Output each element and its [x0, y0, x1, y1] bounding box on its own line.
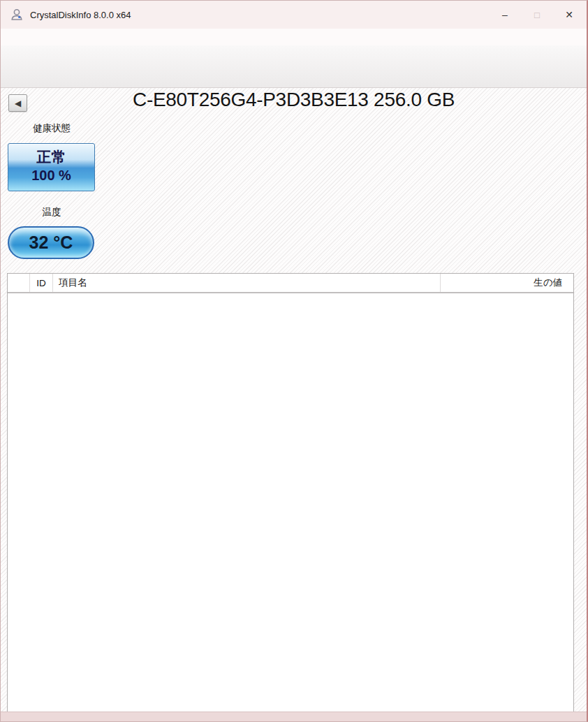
health-status-label: 健康状態 [1, 122, 103, 135]
raw-value-column-header: 生の値 [441, 277, 573, 289]
name-column-header: 項目名 [53, 274, 441, 292]
smart-table-body [8, 293, 573, 293]
app-icon [10, 8, 24, 22]
app-window: CrystalDiskInfo 8.0.0 x64 – □ ✕ ◀ C-E80T… [0, 0, 588, 722]
smart-table-header: ID 項目名 生の値 [8, 274, 573, 293]
health-status-button[interactable]: 正常 100 % [8, 143, 95, 191]
drive-info-area: ◀ C-E80T256G4-P3D3B3E13 256.0 GB 健康状態 正常… [1, 88, 587, 714]
window-bottom-edge [1, 712, 587, 721]
window-title: CrystalDiskInfo 8.0.0 x64 [30, 10, 131, 20]
close-button[interactable]: ✕ [553, 1, 585, 29]
health-percent-value: 100 % [8, 166, 94, 184]
window-controls: – □ ✕ [489, 1, 585, 29]
status-column-header [8, 274, 30, 292]
temperature-label: 温度 [1, 206, 103, 219]
id-column-header: ID [30, 274, 53, 292]
drive-tab-strip [1, 45, 587, 88]
temperature-value: 32 °C [29, 233, 73, 253]
maximize-button[interactable]: □ [521, 1, 553, 29]
window-titlebar: CrystalDiskInfo 8.0.0 x64 – □ ✕ [1, 1, 587, 29]
disk-model-title: C-E80T256G4-P3D3B3E13 256.0 GB [1, 89, 587, 111]
temperature-display: 32 °C [8, 226, 94, 259]
smart-attribute-table: ID 項目名 生の値 [7, 273, 574, 713]
health-status-value: 正常 [8, 148, 94, 166]
menu-bar [1, 29, 587, 45]
minimize-button[interactable]: – [489, 1, 521, 29]
